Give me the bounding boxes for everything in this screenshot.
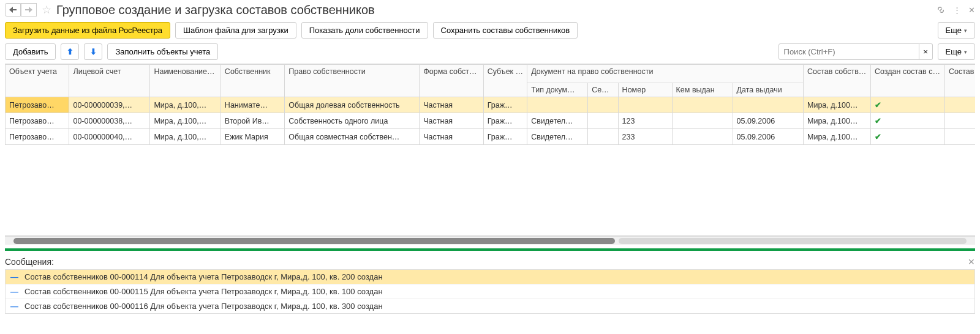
col-series[interactable]: Се…	[588, 83, 618, 97]
message-item[interactable]: —Состав собственников 00-000115 Для объе…	[6, 284, 974, 299]
search-input[interactable]	[778, 43, 919, 60]
table-cell[interactable]: Граж…	[483, 129, 527, 145]
table-cell[interactable]: 05.09.2006	[733, 129, 803, 145]
table-cell[interactable]: Нанимате…	[221, 97, 284, 113]
table-cell[interactable]: Мира, д.100…	[804, 97, 871, 113]
table-cell[interactable]	[527, 97, 588, 113]
table-more-button[interactable]: Еще	[938, 43, 975, 60]
move-up-button[interactable]: ⬆	[61, 43, 79, 60]
col-created[interactable]: Создан состав собственников	[870, 65, 944, 97]
col-form[interactable]: Форма собственнос	[420, 65, 483, 97]
col-account[interactable]: Лицевой счет	[69, 65, 150, 97]
more-button[interactable]: Еще	[938, 22, 975, 39]
load-rosreestr-button[interactable]: Загрузить данные из файла РосРеестра	[5, 22, 170, 39]
table-cell[interactable]	[618, 97, 672, 113]
table-cell[interactable]	[733, 97, 803, 113]
col-object[interactable]: Объект учета	[6, 65, 69, 97]
message-text: Состав собственников 00-000116 Для объек…	[24, 302, 383, 311]
show-shares-button[interactable]: Показать доли собственности	[301, 22, 428, 39]
col-name[interactable]: Наименование состава	[150, 65, 221, 97]
col-doc-type[interactable]: Тип докум…	[527, 83, 588, 97]
created-cell[interactable]: ✔	[870, 97, 944, 113]
scrollbar-track	[619, 238, 967, 244]
table-cell[interactable]	[672, 97, 733, 113]
message-text: Состав собственников 00-000115 Для объек…	[24, 287, 383, 296]
scrollbar-thumb[interactable]	[13, 238, 615, 244]
main-toolbar: Загрузить данные из файла РосРеестра Шаб…	[0, 20, 980, 43]
table-cell[interactable]: Второй Ив…	[221, 113, 284, 129]
messages-panel: Сообщения: ✕ —Состав собственников 00-00…	[0, 254, 980, 314]
page-title: Групповое создание и загрузка составов с…	[56, 3, 936, 17]
messages-title: Сообщения:	[5, 257, 54, 267]
check-icon: ✔	[875, 117, 881, 125]
table-row[interactable]: Петрозаво…00-000000039,…Мира, д.100,…Нан…	[6, 97, 976, 113]
table-cell[interactable]: Частная	[420, 97, 483, 113]
table-cell[interactable]: Петрозаво…	[6, 129, 69, 145]
table-cell[interactable]: Общая совместная собствен…	[285, 129, 420, 145]
move-down-button[interactable]: ⬇	[84, 43, 102, 60]
col-comp[interactable]: Состав собственнико	[804, 65, 871, 97]
link-icon[interactable]	[936, 5, 946, 15]
nav-forward-button[interactable]	[21, 3, 37, 17]
col-attached[interactable]: Состав привязан к ли	[944, 65, 975, 97]
table-cell[interactable]: Петрозаво…	[6, 97, 69, 113]
arrow-up-icon: ⬆	[67, 47, 74, 56]
col-number[interactable]: Номер	[618, 83, 672, 97]
table-cell[interactable]: Частная	[420, 113, 483, 129]
table-cell[interactable]: Граж…	[483, 97, 527, 113]
table-cell[interactable]: Частная	[420, 129, 483, 145]
template-button[interactable]: Шаблон файла для загрузки	[175, 22, 296, 39]
table-cell[interactable]: Мира, д.100,…	[150, 97, 221, 113]
table-cell[interactable]	[672, 113, 733, 129]
table-cell[interactable]: Мира, д.100…	[804, 129, 871, 145]
col-right[interactable]: Право собственности	[285, 65, 420, 97]
table-cell[interactable]: Свидетел…	[527, 113, 588, 129]
created-cell[interactable]: ✔	[870, 129, 944, 145]
message-item[interactable]: —Состав собственников 00-000114 Для объе…	[6, 270, 974, 284]
messages-close-icon[interactable]: ✕	[968, 257, 975, 267]
add-button[interactable]: Добавить	[5, 43, 56, 60]
table-cell[interactable]: Мира, д.100,…	[150, 113, 221, 129]
table-row[interactable]: Петрозаво…00-000000040,…Мира, д.100,…Ежи…	[6, 129, 976, 145]
fill-objects-button[interactable]: Заполнить объекты учета	[107, 43, 218, 60]
message-item[interactable]: —Состав собственников 00-000116 Для объе…	[6, 299, 974, 313]
table-cell[interactable]: 05.09.2006	[733, 113, 803, 129]
col-doc-group[interactable]: Документ на право собственности	[527, 65, 804, 83]
table-cell[interactable]: Собственность одного лица	[285, 113, 420, 129]
table-cell[interactable]: Общая долевая собственность	[285, 97, 420, 113]
table-cell[interactable]: 00-000000039,…	[69, 97, 150, 113]
more-vertical-icon[interactable]: ⋮	[953, 6, 961, 15]
attached-cell[interactable]	[944, 97, 975, 113]
favorite-star-icon[interactable]: ☆	[42, 3, 51, 17]
nav-back-button[interactable]	[5, 3, 21, 17]
col-issue-date[interactable]: Дата выдачи	[733, 83, 803, 97]
table-cell[interactable]: Ежик Мария	[221, 129, 284, 145]
table-cell[interactable]: Граж…	[483, 113, 527, 129]
table-cell[interactable]	[672, 129, 733, 145]
table-cell[interactable]: 123	[618, 113, 672, 129]
col-owner[interactable]: Собственник	[221, 65, 284, 97]
close-icon[interactable]: ✕	[968, 6, 975, 15]
table-cell[interactable]: Мира, д.100…	[804, 113, 871, 129]
table-cell[interactable]: Мира, д.100,…	[150, 129, 221, 145]
table-cell[interactable]: Петрозаво…	[6, 113, 69, 129]
table-cell[interactable]	[588, 97, 618, 113]
table-cell[interactable]: Свидетел…	[527, 129, 588, 145]
col-subject[interactable]: Субъек права	[483, 65, 527, 97]
table-cell[interactable]: 00-000000038,…	[69, 113, 150, 129]
table-cell[interactable]	[588, 113, 618, 129]
table-toolbar: Добавить ⬆ ⬇ Заполнить объекты учета × Е…	[0, 43, 980, 64]
search-clear-button[interactable]: ×	[919, 43, 933, 60]
attached-cell[interactable]	[944, 113, 975, 129]
created-cell[interactable]: ✔	[870, 113, 944, 129]
table-row[interactable]: Петрозаво…00-000000038,…Мира, д.100,…Вто…	[6, 113, 976, 129]
col-issued-by[interactable]: Кем выдан	[672, 83, 733, 97]
dash-icon: —	[10, 302, 18, 311]
save-owners-button[interactable]: Сохранить составы собственников	[433, 22, 578, 39]
arrow-down-icon: ⬇	[90, 47, 97, 56]
attached-cell[interactable]	[944, 129, 975, 145]
table-cell[interactable]: 233	[618, 129, 672, 145]
table-cell[interactable]: 00-000000040,…	[69, 129, 150, 145]
table-cell[interactable]	[588, 129, 618, 145]
horizontal-scrollbar[interactable]	[5, 236, 975, 245]
